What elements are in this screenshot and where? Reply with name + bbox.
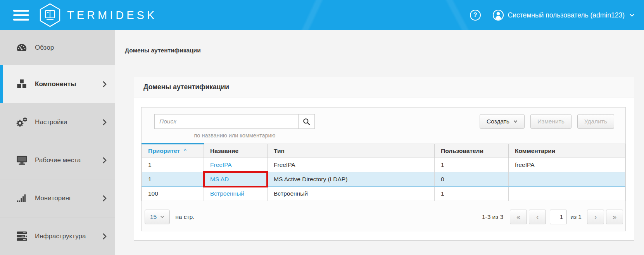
range-label: 1-3 из 3 (482, 213, 503, 220)
table-footer: 15 на стр. 1-3 из 3 « ‹ из 1 › (142, 201, 625, 231)
search-icon (303, 118, 310, 125)
domain-link[interactable]: MS AD (210, 176, 229, 182)
sidebar-item-monitoring[interactable]: Мониторинг (0, 179, 115, 217)
last-page-button[interactable]: » (606, 210, 623, 224)
sort-asc-icon: ^ (184, 148, 186, 154)
create-button[interactable]: Создать (480, 114, 525, 129)
cell-comment (509, 187, 625, 201)
cell-name-annotated: MS AD (204, 172, 268, 187)
chevron-down-icon (160, 215, 164, 219)
double-chevron-right-icon: » (613, 213, 616, 221)
cell-type: Встроенный (268, 187, 435, 201)
sidebar-item-label: Обзор (35, 44, 54, 52)
sidebar-item-label: Компоненты (35, 80, 76, 88)
search-input[interactable] (154, 114, 299, 129)
table-row[interactable]: 1 FreeIPA FreeIPA 1 freeIPA (142, 158, 625, 172)
auth-domains-card: Домены аутентификации (134, 77, 634, 241)
chevron-right-icon (102, 81, 107, 88)
table-row[interactable]: 100 Встроенный Встроенный 1 (142, 187, 625, 201)
servers-icon (14, 231, 30, 241)
column-header-label: Приоритет (148, 147, 180, 154)
auth-domains-table: Приоритет^ Название Тип Пользователи Ком… (142, 143, 625, 201)
dashboard-icon (14, 43, 30, 52)
cell-comment: freeIPA (509, 158, 625, 172)
cell-users: 0 (435, 172, 509, 187)
cell-type: FreeIPA (268, 158, 435, 172)
column-header-name[interactable]: Название (204, 144, 268, 158)
sidebar-item-infrastructure[interactable]: Инфраструктура (0, 217, 115, 255)
sidebar-item-settings[interactable]: Настройки (0, 103, 115, 141)
table-toolbar: по названию или комментарию Создать Изме… (142, 108, 625, 143)
user-avatar-icon (492, 9, 504, 21)
edit-button[interactable]: Изменить (530, 114, 571, 129)
chevron-right-icon (102, 157, 107, 164)
sidebar-item-label: Настройки (35, 118, 67, 126)
help-icon[interactable]: ? (470, 10, 481, 21)
column-header-label: Тип (274, 147, 285, 154)
brand-name: TERMIDESK (67, 9, 157, 22)
create-button-label: Создать (487, 118, 509, 125)
page-number-input[interactable] (550, 210, 567, 224)
chevron-right-icon: › (594, 213, 597, 221)
delete-button[interactable]: Удалить (577, 114, 614, 129)
main-content: Домены аутентификации Домены аутентифика… (116, 30, 644, 255)
table-panel: по названию или комментарию Создать Изме… (141, 107, 626, 231)
chevron-right-icon (102, 195, 107, 202)
next-page-button[interactable]: › (587, 210, 604, 224)
domain-link[interactable]: Встроенный (210, 190, 244, 197)
column-header-users[interactable]: Пользователи (435, 144, 509, 158)
desktop-icon (14, 156, 30, 165)
of-pages-label: из 1 (570, 213, 582, 220)
cell-users: 1 (435, 158, 509, 172)
card-title: Домены аутентификации (143, 83, 229, 91)
sidebar-item-label: Мониторинг (35, 194, 71, 202)
sidebar: Обзор Компоненты (0, 30, 115, 255)
cell-users: 1 (435, 187, 509, 201)
sidebar-item-label: Инфраструктура (35, 232, 86, 240)
chevron-down-icon (629, 13, 635, 17)
cubes-icon (14, 79, 30, 89)
hamburger-menu-icon[interactable] (13, 7, 29, 23)
sidebar-item-components[interactable]: Компоненты (0, 65, 115, 103)
sidebar-item-workplaces[interactable]: Рабочие места (0, 141, 115, 179)
signal-bars-icon (14, 194, 30, 202)
brand-logo[interactable]: TERMIDESK (39, 3, 157, 27)
cell-name: Встроенный (204, 187, 268, 201)
termidesk-hexagon-icon (39, 3, 61, 27)
cell-priority: 100 (142, 187, 204, 201)
cell-name: FreeIPA (204, 158, 268, 172)
page-size-value: 15 (150, 213, 157, 220)
search-hint: по названию или комментарию (154, 132, 315, 139)
user-name-label: Системный пользователь (admin123) (508, 11, 625, 19)
column-header-label: Пользователи (441, 147, 483, 154)
cell-priority: 1 (142, 158, 204, 172)
column-header-label: Комментарии (515, 147, 555, 154)
domain-link[interactable]: FreeIPA (210, 161, 232, 168)
page-size-select[interactable]: 15 (145, 210, 170, 224)
chevron-right-icon (102, 233, 107, 240)
sidebar-item-overview[interactable]: Обзор (0, 30, 115, 65)
edit-button-label: Изменить (537, 118, 565, 125)
double-chevron-left-icon: « (516, 213, 520, 221)
column-header-label: Название (210, 147, 238, 154)
card-header: Домены аутентификации (134, 77, 634, 97)
first-page-button[interactable]: « (510, 210, 527, 224)
chevron-down-icon (513, 120, 518, 123)
column-header-priority[interactable]: Приоритет^ (142, 144, 204, 158)
cell-type: MS Active Directory (LDAP) (268, 172, 435, 187)
column-header-comments[interactable]: Комментарии (509, 144, 625, 158)
search-button[interactable] (298, 114, 315, 129)
column-header-type[interactable]: Тип (268, 144, 435, 158)
chevron-right-icon (102, 119, 107, 126)
topbar: TERMIDESK ? Системный пользователь (admi… (0, 0, 644, 30)
chevron-left-icon: ‹ (536, 213, 539, 221)
prev-page-button[interactable]: ‹ (529, 210, 546, 224)
sidebar-item-label: Рабочие места (35, 156, 81, 164)
cell-priority: 1 (142, 172, 204, 187)
user-menu[interactable]: Системный пользователь (admin123) (492, 9, 635, 21)
table-row-selected[interactable]: 1 MS AD MS Active Directory (LDAP) 0 (142, 172, 625, 187)
delete-button-label: Удалить (584, 118, 607, 125)
cell-comment (509, 172, 625, 187)
breadcrumb: Домены аутентификации (125, 47, 201, 54)
per-page-label: на стр. (175, 213, 194, 220)
